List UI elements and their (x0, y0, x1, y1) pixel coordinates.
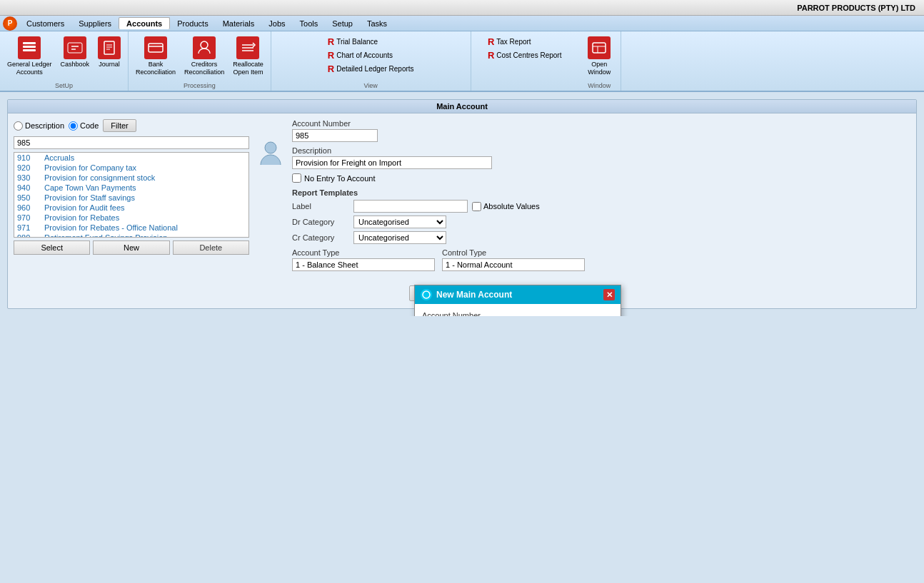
panel-title: Main Account (8, 100, 916, 113)
ribbon-processing-buttons: BankReconciliation CreditorsReconciliati… (133, 34, 266, 78)
menu-tools[interactable]: Tools (293, 18, 326, 29)
control-type-group: Control Type (442, 248, 585, 271)
creditors-recon-icon (193, 36, 216, 59)
description-input[interactable] (292, 156, 492, 169)
dr-category-label: Dr Category (292, 218, 349, 226)
label-field-label: Label (292, 202, 349, 211)
search-input[interactable] (14, 136, 249, 149)
open-window-label: OpenWindow (588, 61, 611, 76)
radio-code-input[interactable] (69, 121, 78, 131)
new-button[interactable]: New (93, 240, 169, 255)
delete-button[interactable]: Delete (173, 240, 249, 255)
radio-code[interactable]: Code (69, 121, 99, 131)
list-item[interactable]: 920Provision for Company tax (14, 163, 248, 173)
r-icon-ledger: R (328, 64, 334, 74)
avatar-icon (259, 141, 282, 168)
account-number-group: Account Number (292, 119, 910, 142)
radio-description[interactable]: Description (14, 121, 64, 131)
type-row: Account Type Control Type (292, 248, 910, 271)
list-panel: Description Code Filter 910Accruals 920P… (14, 119, 249, 271)
dialog-account-number-group: Account Number (422, 311, 613, 316)
select-button[interactable]: Select (14, 240, 90, 255)
list-item[interactable]: 910Accruals (14, 153, 248, 163)
ribbon-processing-label: Processing (184, 81, 216, 89)
main-content: Main Account Description Code Filter (0, 92, 924, 316)
ribbon-btn-creditors-recon[interactable]: CreditorsReconciliation (181, 34, 227, 78)
abs-values-checkbox[interactable] (472, 202, 481, 211)
svg-rect-3 (68, 43, 82, 53)
list-item[interactable]: 971Provision for Rebates - Office Nation… (14, 223, 248, 233)
ribbon-btn-journal[interactable]: Journal (95, 34, 124, 71)
ribbon-btn-reallocate[interactable]: ReallocateOpen Item (230, 34, 266, 78)
ribbon-btn-cashbook[interactable]: Cashbook (58, 34, 93, 71)
general-ledger-icon (18, 36, 41, 59)
list-item[interactable]: 980Retirement Fund Savings Provision (14, 233, 248, 238)
reallocate-icon (236, 36, 259, 59)
app-title: PARROT PRODUCTS (PTY) LTD (797, 4, 915, 12)
menu-accounts[interactable]: Accounts (119, 17, 170, 29)
panel-body: Description Code Filter 910Accruals 920P… (8, 113, 916, 277)
journal-label: Journal (99, 61, 120, 69)
no-entry-checkbox[interactable] (292, 173, 301, 183)
menu-materials[interactable]: Materials (216, 18, 262, 29)
ribbon-btn-general-ledger[interactable]: General LedgerAccounts (4, 34, 55, 78)
bank-recon-label: BankReconciliation (136, 61, 176, 76)
report-templates-section: Report Templates Label Absolute Values D… (292, 188, 910, 244)
account-number-label: Account Number (292, 119, 910, 128)
ribbon-group-view2: R Tax Report R Cost Centres Report (471, 31, 578, 91)
ribbon-btn-open-window[interactable]: OpenWindow (585, 34, 613, 78)
r-icon-trial: R (328, 36, 334, 47)
account-type-group: Account Type (292, 248, 435, 271)
dr-category-select[interactable]: Uncategorised (353, 216, 446, 228)
cr-category-row: Cr Category Uncategorised (292, 231, 910, 244)
account-list[interactable]: 910Accruals 920Provision for Company tax… (14, 152, 249, 238)
control-type-input[interactable] (442, 258, 585, 271)
filter-button[interactable]: Filter (103, 119, 136, 132)
cr-category-select[interactable]: Uncategorised (353, 231, 446, 244)
ribbon-btn-tax-report[interactable]: R Tax Report (486, 36, 564, 48)
cashbook-label: Cashbook (61, 61, 90, 69)
ribbon-group-processing: BankReconciliation CreditorsReconciliati… (129, 31, 271, 91)
label-input[interactable] (353, 200, 468, 213)
ribbon-btn-bank-recon[interactable]: BankReconciliation (133, 34, 179, 78)
middle-panel (256, 119, 285, 271)
account-type-input[interactable] (292, 258, 435, 271)
abs-values-check: Absolute Values (472, 202, 540, 211)
ribbon-btn-chart-accounts[interactable]: R Chart of Accounts (326, 49, 416, 61)
ribbon-view-label: View (363, 81, 377, 89)
menu-products[interactable]: Products (170, 18, 215, 29)
ribbon-btn-trial-balance[interactable]: R Trial Balance (326, 36, 416, 48)
menu-tasks[interactable]: Tasks (360, 18, 394, 29)
journal-icon (98, 36, 121, 59)
description-label: Description (292, 146, 910, 155)
list-item[interactable]: 970Provision for Rebates (14, 213, 248, 223)
chart-accounts-label: Chart of Accounts (336, 51, 393, 59)
menu-suppliers[interactable]: Suppliers (71, 18, 119, 29)
title-bar: PARROT PRODUCTS (PTY) LTD (0, 0, 924, 16)
list-item[interactable]: 940Cape Town Van Payments (14, 183, 248, 193)
menu-jobs[interactable]: Jobs (261, 18, 292, 29)
radio-description-input[interactable] (14, 121, 23, 131)
dialog-close-button[interactable]: ✕ (603, 289, 615, 300)
menu-setup[interactable]: Setup (325, 18, 360, 29)
account-number-input[interactable] (292, 129, 378, 142)
svg-rect-11 (593, 43, 606, 53)
creditors-recon-label: CreditorsReconciliation (184, 61, 224, 76)
list-item[interactable]: 960Provision for Audit fees (14, 203, 248, 213)
trial-balance-label: Trial Balance (336, 38, 378, 46)
app-icon[interactable]: P (3, 16, 17, 31)
ribbon-setup-buttons: General LedgerAccounts Cashbook Journal (4, 34, 124, 78)
account-type-label: Account Type (292, 248, 435, 257)
dialog-title-text: New Main Account (436, 290, 512, 300)
detailed-ledger-label: Detailed Ledger Reports (336, 65, 413, 73)
radio-description-label: Description (25, 121, 64, 130)
ribbon: General LedgerAccounts Cashbook Journal … (0, 31, 924, 92)
ribbon-btn-detailed-ledger[interactable]: R Detailed Ledger Reports (326, 63, 416, 75)
ribbon-group-window: OpenWindow Window (578, 31, 621, 91)
open-window-icon (588, 36, 611, 59)
menu-customers[interactable]: Customers (19, 18, 71, 29)
list-item[interactable]: 950Provision for Staff savings (14, 193, 248, 203)
ribbon-btn-cost-centres[interactable]: R Cost Centres Report (486, 49, 564, 61)
list-item[interactable]: 930Provision for consignment stock (14, 173, 248, 183)
no-entry-label: No Entry To Account (304, 174, 375, 183)
